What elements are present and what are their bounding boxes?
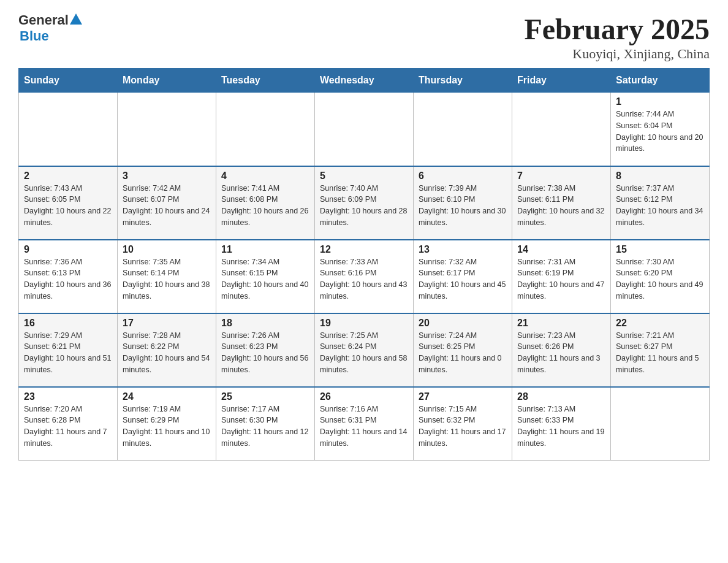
- calendar-cell: [216, 93, 315, 166]
- day-number: 3: [123, 170, 211, 182]
- day-number: 25: [221, 391, 309, 402]
- day-info: Sunrise: 7:41 AMSunset: 6:08 PMDaylight:…: [221, 184, 308, 227]
- calendar-subtitle: Kuoyiqi, Xinjiang, China: [524, 46, 710, 62]
- day-header-wednesday: Wednesday: [315, 69, 414, 93]
- calendar-cell: 12Sunrise: 7:33 AMSunset: 6:16 PMDayligh…: [315, 240, 414, 313]
- day-info: Sunrise: 7:29 AMSunset: 6:21 PMDaylight:…: [24, 331, 111, 374]
- day-number: 9: [24, 244, 112, 255]
- day-number: 6: [419, 170, 507, 182]
- day-header-sunday: Sunday: [19, 69, 118, 93]
- calendar-cell: 8Sunrise: 7:37 AMSunset: 6:12 PMDaylight…: [611, 166, 710, 240]
- calendar-cell: 7Sunrise: 7:38 AMSunset: 6:11 PMDaylight…: [512, 166, 611, 240]
- calendar-week-1: 1Sunrise: 7:44 AMSunset: 6:04 PMDaylight…: [19, 93, 710, 166]
- day-number: 8: [616, 170, 704, 182]
- day-number: 20: [419, 318, 507, 329]
- svg-marker-0: [70, 13, 82, 25]
- day-info: Sunrise: 7:38 AMSunset: 6:11 PMDaylight:…: [517, 184, 604, 227]
- day-info: Sunrise: 7:21 AMSunset: 6:27 PMDaylight:…: [616, 331, 699, 374]
- day-info: Sunrise: 7:36 AMSunset: 6:13 PMDaylight:…: [24, 258, 111, 301]
- calendar-week-4: 16Sunrise: 7:29 AMSunset: 6:21 PMDayligh…: [19, 313, 710, 387]
- day-info: Sunrise: 7:31 AMSunset: 6:19 PMDaylight:…: [517, 258, 604, 301]
- day-number: 16: [24, 318, 112, 329]
- day-number: 21: [517, 318, 605, 329]
- logo-blue-text: Blue: [20, 28, 49, 44]
- day-number: 14: [517, 244, 605, 255]
- day-info: Sunrise: 7:20 AMSunset: 6:28 PMDaylight:…: [24, 405, 107, 448]
- calendar-cell: 1Sunrise: 7:44 AMSunset: 6:04 PMDaylight…: [611, 93, 710, 166]
- calendar-cell: 2Sunrise: 7:43 AMSunset: 6:05 PMDaylight…: [19, 166, 118, 240]
- day-header-saturday: Saturday: [611, 69, 710, 93]
- day-info: Sunrise: 7:37 AMSunset: 6:12 PMDaylight:…: [616, 184, 703, 227]
- calendar-cell: [611, 387, 710, 461]
- day-header-monday: Monday: [118, 69, 216, 93]
- day-info: Sunrise: 7:17 AMSunset: 6:30 PMDaylight:…: [221, 405, 308, 448]
- logo-general-text: General: [18, 12, 69, 28]
- calendar-cell: 20Sunrise: 7:24 AMSunset: 6:25 PMDayligh…: [414, 313, 512, 387]
- day-header-tuesday: Tuesday: [216, 69, 315, 93]
- day-number: 17: [123, 318, 211, 329]
- day-info: Sunrise: 7:16 AMSunset: 6:31 PMDaylight:…: [320, 405, 407, 448]
- day-number: 23: [24, 391, 112, 402]
- day-number: 15: [616, 244, 704, 255]
- day-number: 4: [221, 170, 309, 182]
- day-info: Sunrise: 7:13 AMSunset: 6:33 PMDaylight:…: [517, 405, 604, 448]
- calendar-cell: 21Sunrise: 7:23 AMSunset: 6:26 PMDayligh…: [512, 313, 611, 387]
- day-info: Sunrise: 7:26 AMSunset: 6:23 PMDaylight:…: [221, 331, 308, 374]
- calendar-cell: 13Sunrise: 7:32 AMSunset: 6:17 PMDayligh…: [414, 240, 512, 313]
- page-header: General Blue February 2025 Kuoyiqi, Xinj…: [18, 12, 710, 62]
- calendar-cell: [414, 93, 512, 166]
- calendar-cell: 9Sunrise: 7:36 AMSunset: 6:13 PMDaylight…: [19, 240, 118, 313]
- day-header-friday: Friday: [512, 69, 611, 93]
- day-number: 12: [320, 244, 408, 255]
- calendar-cell: 10Sunrise: 7:35 AMSunset: 6:14 PMDayligh…: [118, 240, 216, 313]
- day-info: Sunrise: 7:43 AMSunset: 6:05 PMDaylight:…: [24, 184, 111, 227]
- day-number: 19: [320, 318, 408, 329]
- calendar-table: SundayMondayTuesdayWednesdayThursdayFrid…: [18, 68, 710, 461]
- day-info: Sunrise: 7:35 AMSunset: 6:14 PMDaylight:…: [123, 258, 210, 301]
- calendar-cell: 22Sunrise: 7:21 AMSunset: 6:27 PMDayligh…: [611, 313, 710, 387]
- day-info: Sunrise: 7:15 AMSunset: 6:32 PMDaylight:…: [419, 405, 506, 448]
- day-number: 13: [419, 244, 507, 255]
- day-number: 27: [419, 391, 507, 402]
- day-number: 1: [616, 96, 704, 107]
- day-number: 26: [320, 391, 408, 402]
- calendar-week-5: 23Sunrise: 7:20 AMSunset: 6:28 PMDayligh…: [19, 387, 710, 461]
- calendar-cell: 16Sunrise: 7:29 AMSunset: 6:21 PMDayligh…: [19, 313, 118, 387]
- calendar-week-2: 2Sunrise: 7:43 AMSunset: 6:05 PMDaylight…: [19, 166, 710, 240]
- calendar-cell: [512, 93, 611, 166]
- day-info: Sunrise: 7:19 AMSunset: 6:29 PMDaylight:…: [123, 405, 210, 448]
- day-info: Sunrise: 7:44 AMSunset: 6:04 PMDaylight:…: [616, 110, 703, 153]
- logo-triangle-icon: [70, 13, 82, 26]
- day-number: 22: [616, 318, 704, 329]
- day-info: Sunrise: 7:24 AMSunset: 6:25 PMDaylight:…: [419, 331, 502, 374]
- day-info: Sunrise: 7:33 AMSunset: 6:16 PMDaylight:…: [320, 258, 407, 301]
- calendar-cell: 25Sunrise: 7:17 AMSunset: 6:30 PMDayligh…: [216, 387, 315, 461]
- calendar-cell: 24Sunrise: 7:19 AMSunset: 6:29 PMDayligh…: [118, 387, 216, 461]
- calendar-cell: 11Sunrise: 7:34 AMSunset: 6:15 PMDayligh…: [216, 240, 315, 313]
- calendar-cell: [315, 93, 414, 166]
- day-number: 18: [221, 318, 309, 329]
- day-number: 5: [320, 170, 408, 182]
- calendar-cell: 23Sunrise: 7:20 AMSunset: 6:28 PMDayligh…: [19, 387, 118, 461]
- calendar-cell: [118, 93, 216, 166]
- day-info: Sunrise: 7:30 AMSunset: 6:20 PMDaylight:…: [616, 258, 703, 301]
- title-block: February 2025 Kuoyiqi, Xinjiang, China: [524, 12, 710, 62]
- day-header-thursday: Thursday: [414, 69, 512, 93]
- day-info: Sunrise: 7:42 AMSunset: 6:07 PMDaylight:…: [123, 184, 210, 227]
- calendar-cell: 4Sunrise: 7:41 AMSunset: 6:08 PMDaylight…: [216, 166, 315, 240]
- calendar-cell: 6Sunrise: 7:39 AMSunset: 6:10 PMDaylight…: [414, 166, 512, 240]
- calendar-cell: 28Sunrise: 7:13 AMSunset: 6:33 PMDayligh…: [512, 387, 611, 461]
- calendar-cell: 17Sunrise: 7:28 AMSunset: 6:22 PMDayligh…: [118, 313, 216, 387]
- day-number: 28: [517, 391, 605, 402]
- day-info: Sunrise: 7:25 AMSunset: 6:24 PMDaylight:…: [320, 331, 407, 374]
- calendar-title: February 2025: [524, 12, 710, 46]
- calendar-cell: 15Sunrise: 7:30 AMSunset: 6:20 PMDayligh…: [611, 240, 710, 313]
- day-info: Sunrise: 7:34 AMSunset: 6:15 PMDaylight:…: [221, 258, 308, 301]
- day-info: Sunrise: 7:32 AMSunset: 6:17 PMDaylight:…: [419, 258, 506, 301]
- calendar-cell: 19Sunrise: 7:25 AMSunset: 6:24 PMDayligh…: [315, 313, 414, 387]
- day-info: Sunrise: 7:39 AMSunset: 6:10 PMDaylight:…: [419, 184, 506, 227]
- calendar-cell: 18Sunrise: 7:26 AMSunset: 6:23 PMDayligh…: [216, 313, 315, 387]
- day-info: Sunrise: 7:40 AMSunset: 6:09 PMDaylight:…: [320, 184, 407, 227]
- calendar-cell: 3Sunrise: 7:42 AMSunset: 6:07 PMDaylight…: [118, 166, 216, 240]
- logo: General Blue: [18, 12, 82, 44]
